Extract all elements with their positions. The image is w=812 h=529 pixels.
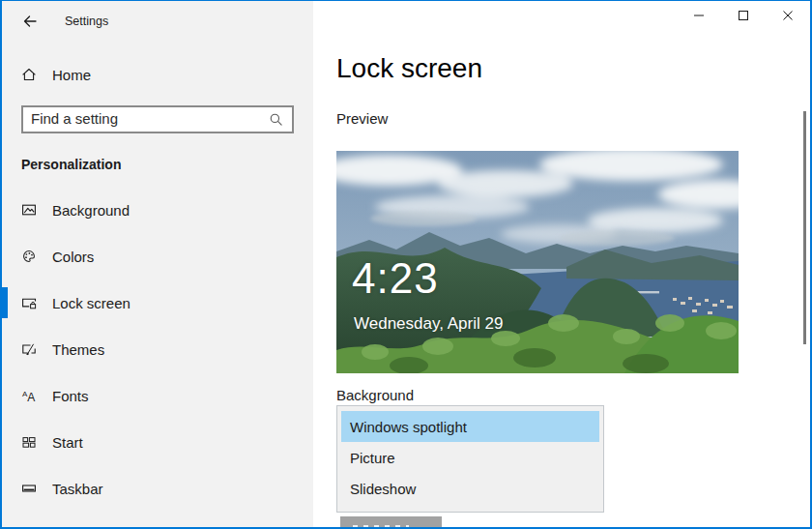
dropdown-option-windows-spotlight[interactable]: Windows spotlight (341, 411, 599, 442)
palette-icon (21, 249, 37, 264)
main-content: Lock screen Preview (313, 1, 810, 527)
search-icon[interactable] (269, 112, 283, 127)
sidebar-section-header: Personalization (21, 157, 313, 173)
themes-icon (21, 341, 37, 357)
sidebar-item-background[interactable]: Background (2, 187, 313, 233)
sidebar-nav: Background Colors (2, 187, 313, 512)
clipped-text-fragment (353, 525, 409, 528)
vertical-scrollbar[interactable] (803, 111, 806, 344)
background-combobox-clipped[interactable] (340, 516, 442, 529)
sidebar-item-themes[interactable]: Themes (2, 326, 313, 372)
page-title: Lock screen (336, 51, 810, 86)
sidebar-item-label: Taskbar (52, 481, 103, 497)
sidebar-home-label: Home (52, 67, 91, 83)
background-dropdown-label: Background (336, 386, 810, 405)
sidebar-item-label: Lock screen (52, 295, 130, 311)
sidebar: Settings Home Personalization Background (2, 1, 313, 527)
minimize-icon (694, 9, 704, 23)
back-arrow-icon (22, 17, 38, 32)
image-icon (21, 202, 37, 218)
app-title: Settings (65, 15, 108, 28)
lock-screen-preview-image: 4:23 Wednesday, April 29 (336, 151, 739, 373)
sidebar-item-label: Background (52, 202, 130, 219)
preview-clock-time: 4:23 (352, 255, 439, 302)
close-button[interactable] (766, 1, 810, 30)
back-button[interactable] (21, 14, 39, 29)
window-controls (677, 1, 810, 30)
close-icon (783, 9, 793, 23)
fonts-icon: A A (21, 388, 37, 403)
home-icon (21, 67, 37, 82)
search-box (21, 105, 294, 133)
sidebar-item-start[interactable]: Start (2, 419, 313, 465)
sidebar-item-fonts[interactable]: A A Fonts (2, 372, 313, 419)
sidebar-item-label: Fonts (52, 388, 89, 404)
maximize-icon (739, 9, 748, 23)
sidebar-item-taskbar[interactable]: Taskbar (2, 465, 313, 512)
preview-heading: Preview (336, 109, 810, 129)
sidebar-header: Settings (2, 1, 313, 29)
minimize-button[interactable] (677, 1, 721, 30)
settings-window: Settings Home Personalization Background (0, 0, 812, 529)
sidebar-item-colors[interactable]: Colors (2, 233, 313, 279)
svg-text:A: A (27, 391, 35, 404)
background-dropdown-list: Windows spotlight Picture Slideshow (336, 405, 604, 513)
sidebar-item-home[interactable]: Home (21, 61, 313, 88)
start-icon (21, 434, 37, 450)
taskbar-icon (21, 481, 37, 496)
sidebar-item-lock-screen[interactable]: Lock screen (2, 279, 313, 326)
sidebar-item-label: Themes (52, 341, 104, 358)
search-input[interactable] (23, 110, 269, 129)
lock-screen-icon (21, 295, 37, 310)
sidebar-item-label: Colors (52, 249, 94, 265)
maximize-button[interactable] (721, 1, 766, 30)
preview-clock-date: Wednesday, April 29 (354, 314, 503, 334)
sidebar-item-label: Start (52, 434, 83, 451)
dropdown-option-picture[interactable]: Picture (341, 442, 599, 473)
dropdown-option-slideshow[interactable]: Slideshow (341, 473, 599, 504)
